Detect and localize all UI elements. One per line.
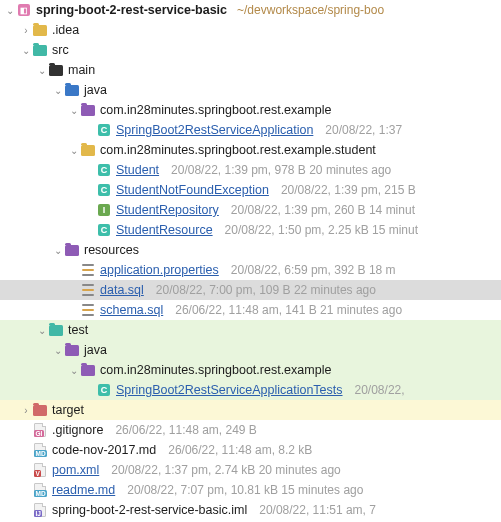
gitignore-file-icon: GI — [32, 422, 48, 438]
expand-arrow-icon[interactable]: ⌄ — [52, 245, 64, 256]
expand-arrow-icon[interactable]: ⌄ — [36, 325, 48, 336]
tree-row-class-test[interactable]: C SpringBoot2RestServiceApplicationTests… — [0, 380, 501, 400]
node-label: target — [52, 403, 84, 417]
node-meta: 26/06/22, 11:48 am, 141 B 21 minutes ago — [175, 303, 402, 317]
node-meta: 20/08/22, 1:39 pm, 978 B 20 minutes ago — [171, 163, 391, 177]
node-label: StudentNotFoundException — [116, 183, 269, 197]
resources-folder-icon — [64, 242, 80, 258]
node-meta: 20/08/22, 6:59 pm, 392 B 18 m — [231, 263, 396, 277]
node-label: StudentResource — [116, 223, 213, 237]
node-label: test — [68, 323, 88, 337]
node-label: com.in28minutes.springboot.rest.example — [100, 103, 331, 117]
expand-arrow-icon[interactable]: ⌄ — [68, 365, 80, 376]
node-label: java — [84, 343, 107, 357]
tree-row-file-selected[interactable]: data.sql 20/08/22, 7:00 pm, 109 B 22 min… — [0, 280, 501, 300]
folder-icon — [48, 322, 64, 338]
node-meta: 20/08/22, 11:51 am, 7 — [259, 503, 376, 517]
tree-row-file[interactable]: MD code-nov-2017.md 26/06/22, 11:48 am, … — [0, 440, 501, 460]
node-meta: 20/08/22, — [355, 383, 405, 397]
tree-row-file[interactable]: V pom.xml 20/08/22, 1:37 pm, 2.74 kB 20 … — [0, 460, 501, 480]
tree-row-file[interactable]: application.properties 20/08/22, 6:59 pm… — [0, 260, 501, 280]
class-icon: C — [96, 182, 112, 198]
excluded-folder-icon — [32, 402, 48, 418]
tree-row-package-test[interactable]: ⌄ com.in28minutes.springboot.rest.exampl… — [0, 360, 501, 380]
node-meta: 20/08/22, 1:37 pm, 2.74 kB 20 minutes ag… — [111, 463, 341, 477]
tree-row-interface[interactable]: I StudentRepository 20/08/22, 1:39 pm, 2… — [0, 200, 501, 220]
node-label: application.properties — [100, 263, 219, 277]
tree-row-class[interactable]: C StudentResource 20/08/22, 1:50 pm, 2.2… — [0, 220, 501, 240]
node-meta: 26/06/22, 11:48 am, 8.2 kB — [168, 443, 312, 457]
class-icon: C — [96, 222, 112, 238]
markdown-file-icon: MD — [32, 482, 48, 498]
tree-row-class[interactable]: C StudentNotFoundException 20/08/22, 1:3… — [0, 180, 501, 200]
test-folder-icon — [64, 342, 80, 358]
tree-row-resources[interactable]: ⌄ resources — [0, 240, 501, 260]
node-label: java — [84, 83, 107, 97]
package-icon — [80, 102, 96, 118]
tree-row-idea[interactable]: › .idea — [0, 20, 501, 40]
interface-icon: I — [96, 202, 112, 218]
expand-arrow-icon[interactable]: ⌄ — [68, 145, 80, 156]
package-icon — [80, 142, 96, 158]
node-label: com.in28minutes.springboot.rest.example — [100, 363, 331, 377]
node-meta: 26/06/22, 11:48 am, 249 B — [115, 423, 256, 437]
tree-row-file[interactable]: IJ spring-boot-2-rest-service-basic.iml … — [0, 500, 501, 520]
expand-arrow-icon[interactable]: ⌄ — [4, 5, 16, 16]
folder-icon — [32, 22, 48, 38]
node-label: main — [68, 63, 95, 77]
tree-row-class[interactable]: C Student 20/08/22, 1:39 pm, 978 B 20 mi… — [0, 160, 501, 180]
node-label: SpringBoot2RestServiceApplication — [116, 123, 313, 137]
node-label: SpringBoot2RestServiceApplicationTests — [116, 383, 343, 397]
expand-arrow-icon[interactable]: ⌄ — [20, 45, 32, 56]
node-label: data.sql — [100, 283, 144, 297]
node-meta: 20/08/22, 7:07 pm, 10.81 kB 15 minutes a… — [127, 483, 363, 497]
node-label: pom.xml — [52, 463, 99, 477]
node-label: readme.md — [52, 483, 115, 497]
project-icon: ◧ — [16, 2, 32, 18]
expand-arrow-icon[interactable]: › — [20, 405, 32, 416]
node-label: com.in28minutes.springboot.rest.example.… — [100, 143, 376, 157]
node-label: schema.sql — [100, 303, 163, 317]
tree-row-package[interactable]: ⌄ com.in28minutes.springboot.rest.exampl… — [0, 140, 501, 160]
tree-row-file[interactable]: MD readme.md 20/08/22, 7:07 pm, 10.81 kB… — [0, 480, 501, 500]
expand-arrow-icon[interactable]: ⌄ — [68, 105, 80, 116]
class-icon: C — [96, 382, 112, 398]
node-meta: 20/08/22, 1:39 pm, 215 B — [281, 183, 416, 197]
expand-arrow-icon[interactable]: › — [20, 25, 32, 36]
node-label: src — [52, 43, 69, 57]
expand-arrow-icon[interactable]: ⌄ — [52, 85, 64, 96]
sql-file-icon — [80, 282, 96, 298]
folder-icon — [48, 62, 64, 78]
node-meta: 20/08/22, 7:00 pm, 109 B 22 minutes ago — [156, 283, 376, 297]
node-label: Student — [116, 163, 159, 177]
sql-file-icon — [80, 302, 96, 318]
properties-file-icon — [80, 262, 96, 278]
node-label: code-nov-2017.md — [52, 443, 156, 457]
expand-arrow-icon[interactable]: ⌄ — [52, 345, 64, 356]
tree-row-project[interactable]: ⌄ ◧ spring-boot-2-rest-service-basic ~/d… — [0, 0, 501, 20]
tree-row-package[interactable]: ⌄ com.in28minutes.springboot.rest.exampl… — [0, 100, 501, 120]
class-icon: C — [96, 122, 112, 138]
maven-file-icon: V — [32, 462, 48, 478]
node-label: spring-boot-2-rest-service-basic.iml — [52, 503, 247, 517]
package-icon — [80, 362, 96, 378]
node-label: StudentRepository — [116, 203, 219, 217]
tree-row-file[interactable]: GI .gitignore 26/06/22, 11:48 am, 249 B — [0, 420, 501, 440]
node-label: resources — [84, 243, 139, 257]
node-label: .gitignore — [52, 423, 103, 437]
expand-arrow-icon[interactable]: ⌄ — [36, 65, 48, 76]
tree-row-src[interactable]: ⌄ src — [0, 40, 501, 60]
node-meta: 20/08/22, 1:39 pm, 260 B 14 minut — [231, 203, 415, 217]
class-icon: C — [96, 162, 112, 178]
tree-row-file[interactable]: schema.sql 26/06/22, 11:48 am, 141 B 21 … — [0, 300, 501, 320]
tree-row-java-test[interactable]: ⌄ java — [0, 340, 501, 360]
tree-row-java[interactable]: ⌄ java — [0, 80, 501, 100]
iml-file-icon: IJ — [32, 502, 48, 518]
project-name: spring-boot-2-rest-service-basic — [36, 3, 227, 17]
node-meta: 20/08/22, 1:50 pm, 2.25 kB 15 minut — [225, 223, 418, 237]
tree-row-class[interactable]: C SpringBoot2RestServiceApplication 20/0… — [0, 120, 501, 140]
tree-row-target[interactable]: › target — [0, 400, 501, 420]
tree-row-test[interactable]: ⌄ test — [0, 320, 501, 340]
node-meta: 20/08/22, 1:37 — [325, 123, 402, 137]
tree-row-main[interactable]: ⌄ main — [0, 60, 501, 80]
